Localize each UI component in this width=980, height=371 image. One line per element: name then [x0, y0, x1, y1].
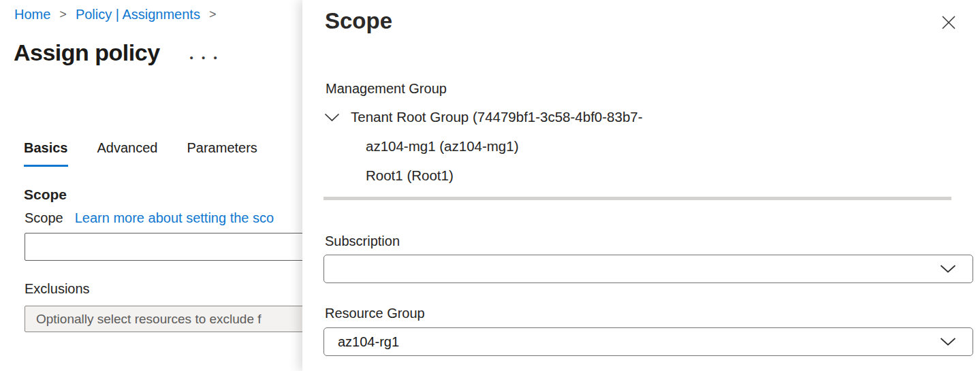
- section-divider: [323, 197, 951, 200]
- exclusions-label: Exclusions: [25, 281, 90, 297]
- tab-basics[interactable]: Basics: [24, 140, 68, 167]
- tree-item-az104-mg1[interactable]: az104-mg1 (az104-mg1): [302, 136, 980, 157]
- tree-item-tenant-root-group[interactable]: Tenant Root Group (74479bf1-3c58-4bf0-83…: [302, 107, 980, 127]
- scope-field-label: Scope: [25, 210, 63, 226]
- management-group-label: Management Group: [326, 81, 447, 97]
- chevron-down-icon: [940, 265, 956, 274]
- scope-section-heading: Scope: [24, 187, 67, 203]
- tab-bar: Basics Advanced Parameters: [24, 140, 257, 167]
- more-options-button[interactable]: • • •: [190, 52, 220, 63]
- scope-field-label-row: Scope Learn more about setting the sco: [25, 210, 274, 226]
- resource-group-label: Resource Group: [325, 306, 425, 321]
- title-row: Assign policy • • •: [14, 39, 220, 66]
- breadcrumb: Home > Policy | Assignments >: [14, 7, 225, 22]
- breadcrumb-link-policy-assignments[interactable]: Policy | Assignments: [76, 7, 200, 22]
- tree-item-label: Root1 (Root1): [366, 167, 454, 184]
- breadcrumb-separator: >: [59, 7, 67, 22]
- resource-group-dropdown-value: az104-rg1: [338, 334, 399, 350]
- scope-panel-title: Scope: [325, 8, 392, 34]
- tree-item-label: Tenant Root Group (74479bf1-3c58-4bf0-83…: [351, 109, 643, 125]
- tree-item-root1[interactable]: Root1 (Root1): [302, 165, 980, 186]
- tab-parameters[interactable]: Parameters: [187, 140, 257, 167]
- subscription-label: Subscription: [325, 233, 400, 249]
- chevron-down-icon[interactable]: [324, 113, 340, 122]
- breadcrumb-separator: >: [209, 7, 217, 22]
- subscription-dropdown[interactable]: [323, 255, 973, 283]
- scope-panel: Scope Management Group Tenant Root Group…: [302, 0, 980, 371]
- close-icon[interactable]: [940, 14, 958, 31]
- resource-group-dropdown[interactable]: az104-rg1: [323, 327, 973, 356]
- breadcrumb-link-home[interactable]: Home: [14, 7, 50, 22]
- page-title: Assign policy: [14, 39, 160, 66]
- tab-advanced[interactable]: Advanced: [97, 140, 158, 167]
- chevron-down-icon: [940, 338, 956, 346]
- tree-item-label: az104-mg1 (az104-mg1): [366, 138, 518, 155]
- learn-more-link[interactable]: Learn more about setting the sco: [75, 210, 274, 226]
